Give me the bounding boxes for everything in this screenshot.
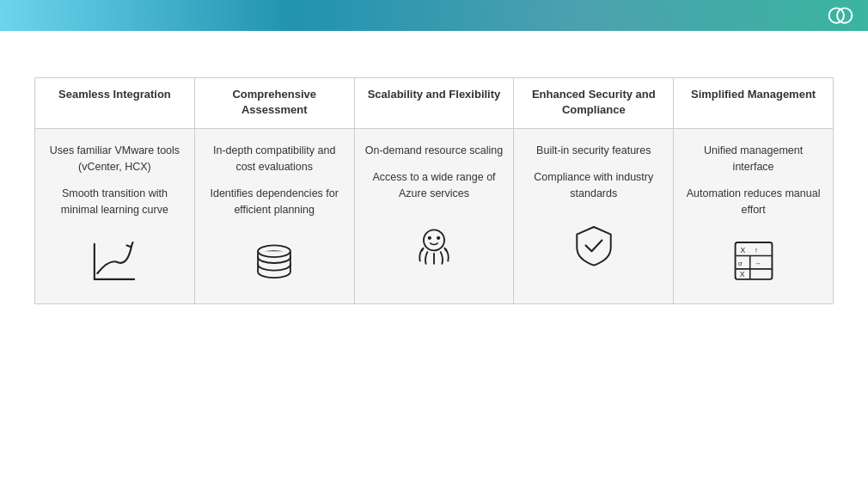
cell-content: Built-in security featuresCompliance wit…	[524, 143, 663, 275]
header-label-simplified-management: Simplified Management	[691, 88, 816, 101]
cell-text-comprehensive-assessment-0: In-depth compatibility and cost evaluati…	[205, 143, 344, 175]
growth-chart-icon	[89, 235, 140, 291]
main-content: Seamless IntegrationComprehensive Assess…	[0, 31, 868, 322]
icon-area-seamless-integration	[89, 235, 140, 291]
header-label-comprehensive-assessment: Comprehensive Assessment	[232, 88, 316, 116]
cell-seamless-integration: Uses familiar VMware tools (vCenter, HCX…	[35, 129, 195, 304]
svg-text:→: →	[754, 260, 761, 267]
logo-icon	[827, 6, 854, 25]
cell-text-scalability-flexibility-1: Access to a wide range of Azure services	[365, 169, 504, 202]
cell-text-comprehensive-assessment-1: Identifies dependencies for efficient pl…	[205, 186, 344, 218]
cell-content: On-demand resource scalingAccess to a wi…	[365, 143, 504, 275]
table-content-row: Uses familiar VMware tools (vCenter, HCX…	[35, 129, 834, 304]
cell-simplified-management: Unified management interfaceAutomation r…	[674, 129, 834, 304]
svg-point-15	[437, 236, 440, 239]
shield-check-icon	[568, 219, 620, 276]
header-label-seamless-integration: Seamless Integration	[58, 88, 171, 101]
cell-content: Unified management interfaceAutomation r…	[684, 143, 822, 291]
cell-text-simplified-management-1: Automation reduces manual effort	[684, 186, 822, 218]
cell-comprehensive-assessment: In-depth compatibility and cost evaluati…	[194, 129, 354, 304]
icon-area-scalability-flexibility	[408, 219, 460, 276]
cell-text-simplified-management-0: Unified management interface	[684, 143, 822, 175]
header-simplified-management: Simplified Management	[674, 78, 834, 129]
icon-area-simplified-management: X ↑ σ → X	[728, 235, 779, 291]
header-label-enhanced-security: Enhanced Security and Compliance	[532, 88, 656, 116]
cell-enhanced-security: Built-in security featuresCompliance wit…	[514, 129, 674, 304]
svg-text:X: X	[739, 271, 744, 279]
header-enhanced-security: Enhanced Security and Compliance	[514, 78, 674, 129]
cell-text-scalability-flexibility-0: On-demand resource scaling	[365, 143, 504, 159]
svg-point-13	[424, 230, 444, 250]
header-label-scalability-flexibility: Scalability and Flexibility	[368, 88, 501, 101]
cell-scalability-flexibility: On-demand resource scalingAccess to a wi…	[354, 129, 514, 304]
cell-text-enhanced-security-0: Built-in security features	[536, 143, 651, 159]
table-header-row: Seamless IntegrationComprehensive Assess…	[35, 78, 834, 129]
top-bar	[0, 0, 868, 31]
cell-text-seamless-integration-1: Smooth transition with minimal learning …	[46, 186, 184, 218]
coins-icon	[248, 235, 300, 291]
cell-text-enhanced-security-1: Compliance with industry standards	[524, 169, 663, 202]
cell-content: In-depth compatibility and cost evaluati…	[205, 143, 344, 291]
svg-text:↑: ↑	[754, 246, 757, 254]
icon-area-enhanced-security	[568, 219, 620, 276]
icon-area-comprehensive-assessment	[248, 235, 300, 291]
benefits-table: Seamless IntegrationComprehensive Assess…	[34, 77, 834, 304]
octopus-icon	[408, 219, 460, 276]
cell-content: Uses familiar VMware tools (vCenter, HCX…	[46, 143, 184, 291]
header-comprehensive-assessment: Comprehensive Assessment	[194, 78, 354, 129]
cell-text-seamless-integration-0: Uses familiar VMware tools (vCenter, HCX…	[46, 143, 184, 175]
svg-text:σ: σ	[738, 260, 743, 267]
svg-text:X: X	[740, 246, 745, 254]
header-seamless-integration: Seamless Integration	[35, 78, 195, 129]
header-scalability-flexibility: Scalability and Flexibility	[354, 78, 514, 129]
svg-point-14	[428, 236, 431, 239]
strategy-board-icon: X ↑ σ → X	[728, 235, 779, 291]
